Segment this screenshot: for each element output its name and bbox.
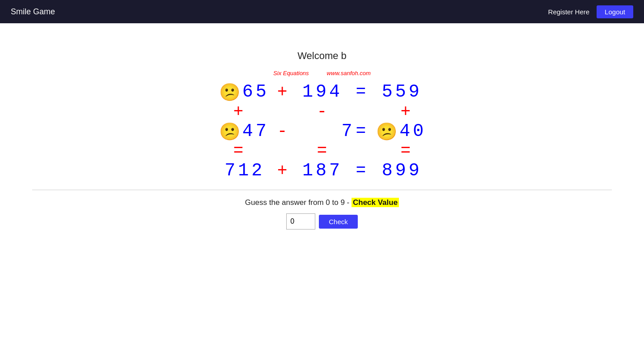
veq-row: = = = — [206, 141, 438, 161]
check-value-label: Check Value — [352, 198, 399, 207]
row1-eq: = — [354, 82, 369, 102]
vop-right-op: + — [399, 102, 412, 121]
smiley-3: 😕 — [376, 122, 397, 141]
welcome-title: Welcome b — [297, 50, 347, 62]
row1-mid: 1 9 4 — [289, 82, 354, 102]
row2-mid: 7 — [289, 121, 354, 141]
smiley-2: 😕 — [219, 122, 240, 141]
main-content: Welcome b Six Equations www.sanfoh.com 😕… — [0, 23, 644, 230]
veq-left: = — [206, 141, 271, 161]
equation-row-2: 😕 4 7 - 7 = 😕 4 0 — [211, 121, 433, 141]
row1-left: 😕 6 5 — [211, 82, 276, 102]
navbar: Smile Game Register Here Logout — [0, 0, 644, 23]
veq-right: = — [373, 141, 438, 161]
smiley-1: 😕 — [219, 82, 240, 102]
row2-left: 😕 4 7 — [211, 121, 276, 141]
guess-input[interactable] — [286, 213, 315, 230]
vop-row: + - + — [206, 102, 438, 121]
row3-right: 8 9 9 — [368, 161, 433, 181]
bottom-section: Guess the answer from 0 to 9 - Check Val… — [245, 198, 399, 230]
row2-op1: - — [276, 122, 289, 141]
source-left: Six Equations — [273, 70, 309, 77]
row2-right: 😕 4 0 — [368, 121, 433, 141]
vop-mid-op: - — [316, 102, 329, 121]
divider — [32, 190, 612, 190]
input-row: Check — [286, 213, 358, 230]
equation-row-1: 😕 6 5 + 1 9 4 = 5 5 9 — [211, 82, 433, 102]
puzzle-source: Six Equations www.sanfoh.com — [273, 70, 371, 77]
check-button[interactable]: Check — [319, 215, 358, 229]
guess-text-before: Guess the answer from 0 to 9 - — [245, 198, 349, 207]
register-link[interactable]: Register Here — [548, 8, 590, 16]
navbar-right: Register Here Logout — [548, 5, 633, 18]
vop-left: + — [206, 102, 271, 121]
row3-op1: + — [276, 161, 289, 180]
veq-left-eq: = — [232, 141, 245, 161]
logout-button[interactable]: Logout — [597, 5, 633, 18]
row3-mid: 1 8 7 — [289, 161, 354, 181]
row2-eq: = — [354, 122, 369, 141]
veq-mid: = — [290, 141, 355, 161]
vop-right: + — [373, 102, 438, 121]
vop-left-op: + — [232, 102, 245, 121]
veq-mid-eq: = — [316, 141, 329, 161]
brand-title: Smile Game — [11, 7, 55, 17]
guess-text: Guess the answer from 0 to 9 - Check Val… — [245, 198, 399, 207]
row1-op1: + — [276, 82, 289, 102]
veq-right-eq: = — [399, 141, 412, 161]
puzzle-area: 😕 6 5 + 1 9 4 = 5 5 9 + - — [206, 82, 438, 181]
source-right: www.sanfoh.com — [327, 70, 371, 77]
equation-row-3: 7 1 2 + 1 8 7 = 8 9 9 — [211, 161, 433, 181]
row3-eq: = — [354, 161, 369, 180]
row1-right: 5 5 9 — [368, 82, 433, 102]
vop-mid: - — [290, 102, 355, 121]
row3-left: 7 1 2 — [211, 161, 276, 181]
